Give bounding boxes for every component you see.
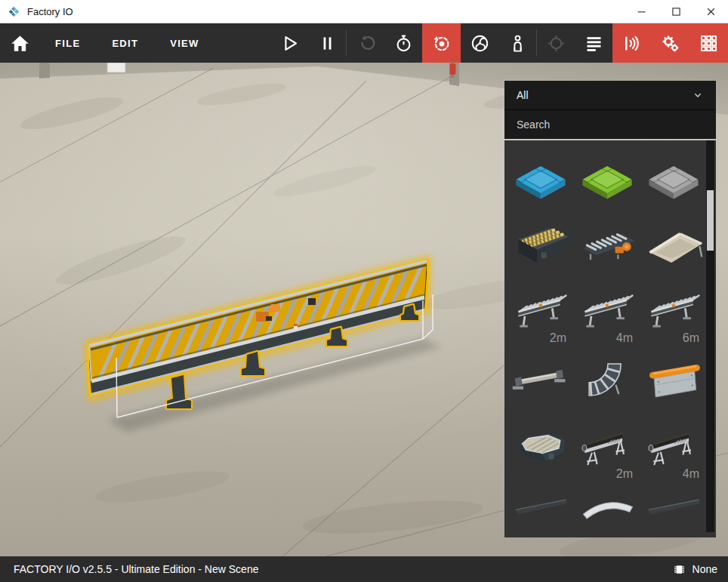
maximize-icon (670, 5, 683, 18)
scrollbar-thumb[interactable] (707, 190, 714, 251)
tag-list-icon (584, 33, 604, 54)
driver-indicator[interactable]: None (672, 562, 717, 577)
toolbar-spacer (215, 23, 270, 63)
search-input[interactable] (517, 119, 704, 131)
palette-item-single-roller[interactable] (508, 347, 573, 414)
category-dropdown-value: All (517, 89, 529, 101)
palette-item-roller-conveyor-6m[interactable]: 6m (641, 279, 706, 346)
maximize-button[interactable] (659, 0, 693, 23)
minimize-icon (635, 5, 648, 18)
pause-button[interactable] (308, 23, 346, 63)
ramp-wedge-icon (508, 483, 573, 537)
close-icon (705, 5, 717, 18)
chute-icon (641, 211, 706, 278)
sensor-wave-button[interactable] (612, 23, 651, 63)
category-dropdown[interactable]: All (504, 81, 716, 109)
driver-label: None (693, 563, 717, 575)
menu-items: FILEEDITVIEW (39, 23, 215, 63)
play-button[interactable] (270, 23, 308, 63)
chevron-down-icon (692, 89, 704, 101)
menu-file[interactable]: FILE (39, 23, 96, 63)
status-text: FACTORY I/O v2.5.5 - Ultimate Edition - … (14, 563, 258, 575)
roller-conveyor-4m-icon (575, 279, 640, 346)
roller-conveyor-2m-icon (508, 279, 573, 346)
palette-item-roller-conveyor-2m[interactable]: 2m (508, 279, 573, 346)
pallet-gray-icon (641, 143, 706, 210)
home-icon (10, 33, 30, 54)
curved-cover-icon (575, 483, 640, 537)
reset-icon (356, 33, 376, 54)
parts-palette-button[interactable] (689, 23, 728, 63)
palette-item-roller-conveyor-4m[interactable]: 4m (575, 279, 640, 346)
palette-item-turntable[interactable] (508, 415, 573, 482)
palette-item-chute[interactable] (641, 211, 706, 278)
palette-item-pallet-green[interactable] (575, 143, 640, 210)
orbit-camera-button[interactable] (422, 23, 461, 63)
parts-grid: 2m4m6m2m4m (504, 140, 716, 537)
fly-camera-button[interactable] (461, 23, 498, 63)
first-person-camera-icon (507, 33, 528, 54)
motor-mount (266, 316, 272, 321)
belt-conveyor-4m-icon (641, 415, 706, 482)
conveyor-motor (270, 304, 280, 312)
status-bar: FACTORY I/O v2.5.5 - Ultimate Edition - … (0, 556, 728, 582)
window-title: Factory IO (27, 6, 73, 17)
toolbar-buttons (270, 23, 728, 63)
first-person-camera-button[interactable] (498, 23, 536, 63)
palette-item-ramp-wedge-2[interactable] (641, 483, 706, 537)
roller-stop-icon (575, 211, 640, 278)
chip-icon (672, 562, 686, 577)
focus-target-button[interactable] (537, 23, 575, 63)
palette-item-chain-transfer[interactable] (508, 211, 573, 278)
play-icon (279, 33, 300, 54)
search-row (504, 109, 716, 139)
palette-item-curved-roller-conveyor[interactable] (575, 347, 640, 414)
belt-conveyor-2m-icon (575, 415, 640, 482)
drivers-gears-button[interactable] (651, 23, 689, 63)
curved-roller-conveyor-icon (575, 347, 640, 414)
parts-scrollbar[interactable] (706, 140, 714, 532)
stopwatch-icon (393, 33, 414, 54)
conveyor-label-sticker (294, 324, 298, 326)
window-controls (624, 0, 728, 23)
reset-button[interactable] (347, 23, 384, 63)
close-button[interactable] (693, 0, 728, 23)
focus-target-icon (546, 33, 566, 54)
palette-item-pallet-blue[interactable] (508, 143, 573, 210)
sensor-wave-icon (622, 33, 642, 54)
minimize-button[interactable] (624, 0, 659, 23)
pause-icon (317, 33, 338, 54)
factory-io-window: Factory IO FILEEDITVIEW (0, 0, 728, 582)
home-button[interactable] (0, 23, 39, 63)
menu-edit[interactable]: EDIT (96, 23, 154, 63)
parts-panel: All 2m4m6m2m4m (504, 81, 716, 537)
ramp-wedge-2-icon (641, 483, 706, 537)
palette-item-ramp-wedge[interactable] (508, 483, 573, 537)
fly-camera-icon (470, 33, 490, 54)
single-roller-icon (508, 347, 573, 414)
palette-item-belt-conveyor-4m[interactable]: 4m (641, 415, 706, 482)
conveyor-sensor (308, 298, 316, 305)
title-bar: Factory IO (0, 0, 728, 23)
menu-view[interactable]: VIEW (154, 23, 214, 63)
tag-list-button[interactable] (575, 23, 612, 63)
orbit-camera-icon (431, 33, 452, 54)
factory-io-logo-icon (8, 5, 20, 18)
chain-transfer-icon (508, 211, 573, 278)
palette-item-pallet-gray[interactable] (641, 143, 706, 210)
palette-item-roller-stop[interactable] (575, 211, 640, 278)
palette-item-belt-conveyor-2m[interactable]: 2m (575, 415, 640, 482)
main-toolbar: FILEEDITVIEW (0, 23, 728, 63)
palette-item-side-guard[interactable] (641, 347, 706, 414)
side-guard-icon (641, 347, 706, 414)
roller-conveyor-6m-icon (641, 279, 706, 346)
stopwatch-button[interactable] (384, 23, 422, 63)
parts-palette-icon (699, 33, 719, 54)
drivers-gears-icon (660, 33, 680, 54)
pallet-blue-icon (508, 143, 573, 210)
turntable-icon (508, 415, 573, 482)
pallet-green-icon (575, 143, 640, 210)
palette-item-curved-cover[interactable] (575, 483, 640, 537)
